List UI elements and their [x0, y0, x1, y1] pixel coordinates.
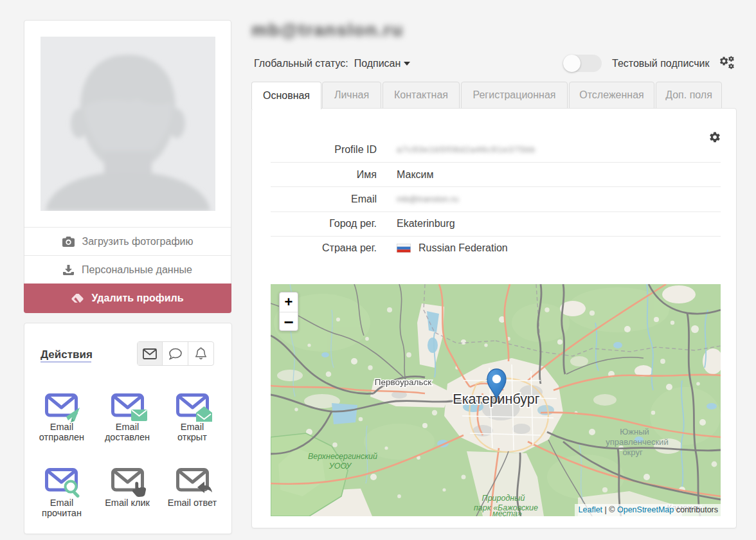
svg-text:Природный: Природный — [482, 494, 525, 503]
svg-text:управленческий: управленческий — [606, 437, 668, 447]
svg-text:места»: места» — [492, 509, 522, 516]
svg-text:Южный: Южный — [620, 427, 649, 437]
svg-text:округ: округ — [622, 447, 643, 457]
svg-text:УООУ: УООУ — [328, 462, 353, 471]
svg-text:Верхнесергинский: Верхнесергинский — [308, 452, 377, 461]
svg-text:Первоуральск: Первоуральск — [375, 377, 431, 387]
